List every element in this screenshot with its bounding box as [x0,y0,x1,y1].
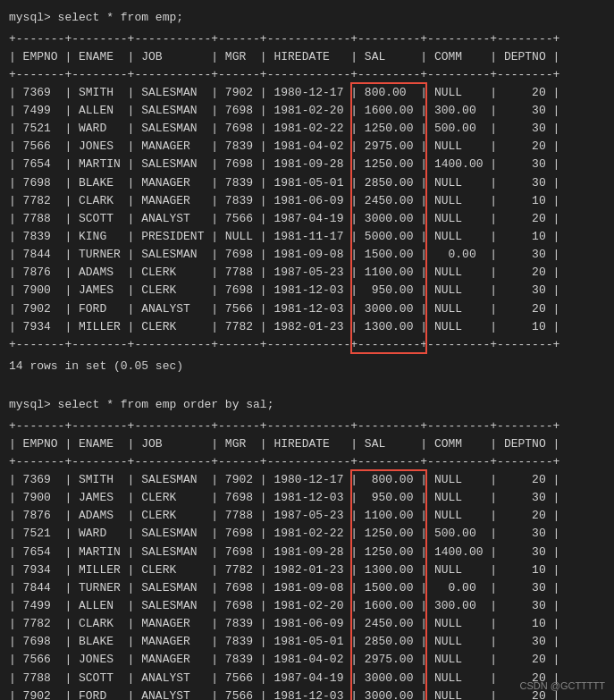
prompt-1: mysql> select * from emp; [9,9,605,27]
result-text-1: 14 rows in set (0.05 sec) [9,358,605,375]
terminal: mysql> select * from emp; +-------+-----… [9,9,605,700]
table-1: +-------+--------+-----------+------+---… [9,30,605,355]
prompt-2: mysql> select * from emp order by sal; [9,396,605,414]
table-2: +-------+--------+-----------+------+---… [9,417,605,700]
table-1-container: +-------+--------+-----------+------+---… [9,30,605,355]
table-2-container: +-------+--------+-----------+------+---… [9,417,605,700]
prompt-text-2: mysql> select * from emp order by sal; [9,398,273,411]
prompt-text-1: mysql> select * from emp; [9,11,183,24]
watermark: CSDN @GCTTTTT [520,680,606,691]
